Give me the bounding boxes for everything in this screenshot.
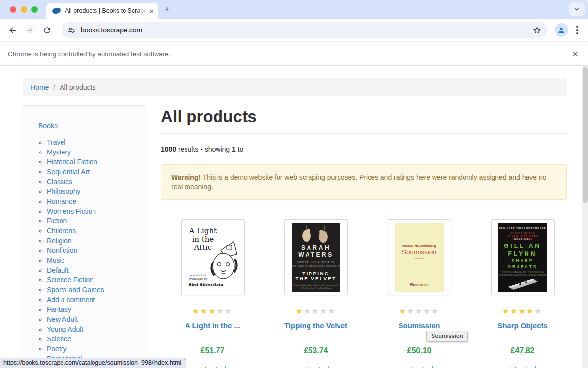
- sidebar-category-link[interactable]: Classics: [47, 178, 72, 185]
- tab-search-chevron-button[interactable]: [569, 2, 585, 16]
- reload-icon: [42, 26, 52, 35]
- product-price: £47.82: [471, 346, 574, 355]
- razor-blade-illustration: [505, 275, 540, 290]
- back-arrow-icon: [8, 26, 17, 35]
- forward-button[interactable]: [23, 24, 36, 36]
- book-cover-tipping-the-velvet: SARAH WATERS BESTSELLING AUTHOR OF The L…: [292, 223, 340, 292]
- fullscreen-window-button[interactable]: [31, 6, 38, 13]
- checkmark-icon: ✔: [403, 366, 409, 368]
- category-list: Travel Mystery Historical Fiction Sequen…: [38, 137, 146, 364]
- list-item: Religion: [47, 236, 146, 245]
- swing-figures-illustration: [292, 225, 340, 244]
- list-item: Womens Fiction: [47, 206, 146, 216]
- product-card: Michel Houellebecq Soumission ROMAN Flam…: [368, 219, 471, 368]
- sidebar-category-link[interactable]: Religion: [47, 237, 72, 245]
- product-thumbnail[interactable]: NEW YORK TIMES BESTSELLER AUTHOR OF THE …: [491, 219, 555, 295]
- product-title: A Light in the ...: [161, 321, 264, 330]
- sidebar-category-link[interactable]: Sports and Games: [47, 286, 104, 294]
- sidebar-category-link[interactable]: Science: [47, 335, 71, 343]
- product-thumbnail[interactable]: Michel Houellebecq Soumission ROMAN Flam…: [388, 219, 451, 295]
- back-button[interactable]: [6, 24, 19, 36]
- browser-menu-button[interactable]: [572, 24, 582, 36]
- breadcrumb-home-link[interactable]: Home: [31, 83, 49, 91]
- book-cover-sharp-objects: NEW YORK TIMES BESTSELLER AUTHOR OF THE …: [498, 223, 547, 292]
- list-item: Nonfiction: [47, 245, 146, 255]
- product-title: Tipping the Velvet: [264, 321, 368, 330]
- page-scrollbar[interactable]: [582, 66, 588, 368]
- list-item: Romance: [47, 196, 146, 206]
- list-item: Sports and Games: [47, 285, 146, 295]
- sidebar-category-link[interactable]: Fantasy: [47, 306, 71, 313]
- star-rating: ★★★★★: [471, 307, 574, 316]
- list-item: Add a comment: [47, 295, 146, 305]
- list-item: Young Adult: [47, 324, 146, 334]
- address-bar[interactable]: books.toscrape.com: [62, 22, 548, 38]
- sidebar-category-link[interactable]: Fiction: [47, 217, 67, 225]
- product-title: Soumission: [368, 321, 471, 330]
- traffic-lights: [10, 6, 38, 13]
- list-item: Philosophy: [47, 186, 146, 196]
- star-rating: ★★★★★: [368, 307, 471, 316]
- sidebar-category-link[interactable]: Philosophy: [47, 187, 81, 195]
- status-url-bubble: https://books.toscrape.com/catalogue/sou…: [0, 358, 186, 368]
- main-content: All products 1000 results - showing 1 to…: [161, 107, 574, 368]
- forward-arrow-icon: [25, 26, 34, 35]
- person-icon: [557, 26, 566, 34]
- profile-avatar[interactable]: [555, 23, 568, 37]
- sidebar-category-link[interactable]: New Adult: [47, 315, 78, 323]
- product-title: Sharp Objects: [471, 321, 574, 330]
- product-thumbnail[interactable]: SARAH WATERS BESTSELLING AUTHOR OF The L…: [284, 219, 348, 295]
- stock-status: ✔In stock: [264, 365, 368, 368]
- minimize-window-button[interactable]: [21, 6, 27, 13]
- chevron-down-icon: [573, 6, 580, 13]
- breadcrumb-current: All products: [60, 83, 95, 91]
- sidebar-category-link[interactable]: Music: [47, 256, 65, 264]
- tab-title: All products | Books to Scrape: [65, 7, 147, 14]
- checkmark-icon: ✔: [300, 366, 306, 368]
- close-window-button[interactable]: [10, 6, 16, 13]
- checkmark-icon: ✔: [507, 366, 512, 368]
- sidebar-category-link[interactable]: Romance: [47, 197, 76, 205]
- sidebar-category-link[interactable]: Add a comment: [47, 296, 95, 304]
- results-summary: 1000 results - showing 1 to: [161, 145, 574, 153]
- list-item: Default: [47, 265, 146, 275]
- product-link[interactable]: Soumission: [398, 321, 440, 330]
- star-rating: ★★★★★: [161, 307, 264, 316]
- infobar-close-icon[interactable]: ×: [570, 48, 580, 60]
- scrollbar-thumb[interactable]: [583, 67, 588, 203]
- list-item: Fiction: [47, 216, 146, 226]
- sidebar-books-link[interactable]: Books: [38, 122, 58, 130]
- sidebar-category-link[interactable]: Mystery: [47, 148, 71, 156]
- list-item: Historical Fiction: [47, 157, 146, 167]
- reload-button[interactable]: [40, 24, 53, 36]
- sidebar-category-link[interactable]: Womens Fiction: [47, 207, 96, 215]
- site-settings-icon[interactable]: [67, 26, 76, 34]
- new-tab-button[interactable]: +: [164, 4, 170, 15]
- sidebar-category-link[interactable]: Young Adult: [47, 325, 83, 333]
- list-item: Science: [47, 334, 146, 344]
- sidebar-category-link[interactable]: Historical Fiction: [47, 158, 97, 166]
- sidebar-category-link[interactable]: Poetry: [47, 345, 66, 353]
- sidebar-category-link[interactable]: Travel: [47, 138, 65, 146]
- sidebar-category-link[interactable]: Science Fiction: [47, 276, 93, 284]
- sidebar-category-link[interactable]: Nonfiction: [47, 246, 77, 254]
- sidebar-category-link[interactable]: Sequential Art: [47, 168, 90, 176]
- product-link[interactable]: A Light in the ...: [185, 321, 240, 330]
- list-item: Poetry: [47, 344, 146, 354]
- product-card: A Lightin theAttic: [161, 219, 264, 368]
- url-text[interactable]: books.toscrape.com: [81, 26, 532, 34]
- star-rating: ★★★★★: [264, 307, 368, 316]
- stock-status: ✔In stock: [368, 365, 471, 368]
- sidebar-category-link[interactable]: Default: [47, 266, 68, 274]
- web-page: Home / All products Books Travel Mystery…: [0, 66, 588, 368]
- product-link[interactable]: Tipping the Velvet: [284, 321, 347, 330]
- bookmark-button[interactable]: [532, 26, 542, 35]
- tab-strip: All products | Books to Scrape × +: [0, 0, 588, 19]
- tab-close-icon[interactable]: ×: [149, 7, 154, 15]
- sidebar-category-link[interactable]: Childrens: [47, 227, 76, 235]
- browser-tab[interactable]: All products | Books to Scrape ×: [46, 3, 158, 19]
- product-thumbnail[interactable]: A Lightin theAttic: [181, 219, 245, 295]
- product-price: £50.10: [368, 346, 471, 355]
- product-card: SARAH WATERS BESTSELLING AUTHOR OF The L…: [264, 219, 368, 368]
- product-link[interactable]: Sharp Objects: [497, 321, 548, 330]
